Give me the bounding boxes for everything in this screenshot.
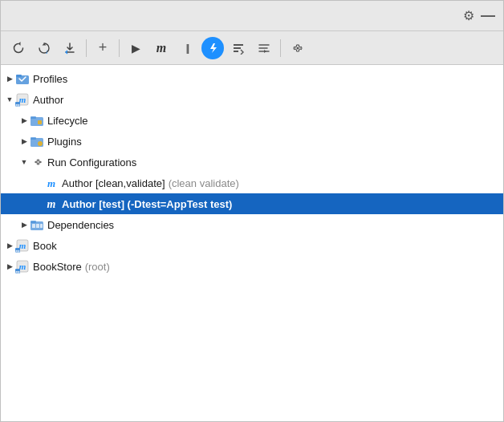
toggle-arrow-run-configurations[interactable] xyxy=(18,156,30,168)
tree-node-bookstore[interactable]: m m BookStore(root) xyxy=(1,256,503,277)
toggle-arrow-dependencies[interactable] xyxy=(18,219,30,230)
svg-point-16 xyxy=(37,161,39,164)
tree-node-plugins[interactable]: Plugins xyxy=(1,131,503,152)
svg-rect-20 xyxy=(30,221,36,223)
gear-icon[interactable]: ⚙ xyxy=(463,8,474,23)
tree-node-author-clean-validate[interactable]: m Author [clean,validate](clean validate… xyxy=(1,172,503,193)
title-bar-controls: ⚙ — xyxy=(463,7,495,24)
run-button[interactable]: ▶ xyxy=(124,37,147,59)
node-text-author: Author xyxy=(33,94,63,106)
svg-text:↓: ↓ xyxy=(45,48,48,55)
node-text-book: Book xyxy=(33,240,57,252)
toggle-arrow-profiles[interactable] xyxy=(4,73,15,84)
minimize-icon[interactable]: — xyxy=(481,7,495,24)
tree-node-lifecycle[interactable]: Lifecycle xyxy=(1,110,503,131)
svg-text:m: m xyxy=(47,177,55,189)
node-icon-author-clean-validate: m xyxy=(44,176,59,190)
node-icon-lifecycle xyxy=(30,113,44,128)
maven-settings-button[interactable] xyxy=(286,37,308,59)
toolbar-sep-1 xyxy=(86,39,87,57)
svg-rect-21 xyxy=(32,224,35,228)
node-text-author-clean-validate: Author [clean,validate] xyxy=(62,177,165,189)
add-button[interactable]: + xyxy=(91,37,114,59)
tree-area: Profiles m m Author Lifecycle Plugins Ru… xyxy=(1,65,503,421)
toggle-arrow-book[interactable] xyxy=(4,240,15,251)
svg-rect-12 xyxy=(38,120,42,124)
toggle-arrow-plugins[interactable] xyxy=(18,136,30,147)
node-icon-bookstore: m m xyxy=(15,259,30,274)
node-icon-plugins xyxy=(30,134,44,148)
generate-button[interactable] xyxy=(253,37,275,59)
node-icon-profiles xyxy=(15,71,30,86)
svg-text:m: m xyxy=(15,248,20,253)
svg-text:m: m xyxy=(15,102,20,107)
download-button[interactable] xyxy=(59,37,81,59)
svg-text:m: m xyxy=(15,269,20,274)
maven-window: ⚙ — ↓ xyxy=(0,0,504,422)
node-text-dependencies: Dependencies xyxy=(47,219,114,231)
svg-point-3 xyxy=(297,47,299,49)
node-text-profiles: Profiles xyxy=(33,73,67,85)
svg-point-15 xyxy=(38,141,43,146)
refresh-button[interactable] xyxy=(7,37,30,59)
svg-rect-5 xyxy=(16,75,22,77)
node-text-plugins: Plugins xyxy=(47,136,82,148)
node-text-author-test: Author [test] (-Dtest=AppTest test) xyxy=(62,198,232,210)
tree-node-run-configurations[interactable]: Run Configurations xyxy=(1,152,503,172)
svg-rect-11 xyxy=(30,116,36,119)
tree-node-author-test[interactable]: m Author [test] (-Dtest=AppTest test) xyxy=(1,193,503,214)
svg-text:m: m xyxy=(19,95,26,104)
node-text-run-configurations: Run Configurations xyxy=(47,156,136,168)
node-icon-author: m m xyxy=(15,92,30,107)
node-text-lifecycle: Lifecycle xyxy=(47,115,88,127)
svg-rect-1 xyxy=(234,44,243,46)
svg-rect-2 xyxy=(234,47,241,49)
svg-rect-14 xyxy=(30,137,36,140)
svg-text:m: m xyxy=(19,262,26,271)
node-text-bookstore: BookStore xyxy=(33,261,82,273)
toolbar-sep-3 xyxy=(280,39,281,57)
toggle-arrow-author[interactable] xyxy=(4,94,15,105)
svg-rect-23 xyxy=(40,224,43,228)
svg-text:m: m xyxy=(19,241,26,250)
toggle-arrow-lifecycle[interactable] xyxy=(18,115,30,126)
svg-text:m: m xyxy=(47,198,56,210)
node-secondary-bookstore: (root) xyxy=(85,261,110,273)
node-icon-author-test: m xyxy=(44,197,59,211)
node-icon-dependencies xyxy=(30,217,44,232)
skip-tests-button[interactable] xyxy=(227,37,250,59)
parallel-button[interactable]: || xyxy=(176,37,198,59)
maven-goal-button[interactable]: m xyxy=(150,37,173,59)
toggle-arrow-bookstore[interactable] xyxy=(4,261,15,272)
svg-rect-22 xyxy=(36,224,39,228)
node-icon-run-configurations xyxy=(30,155,44,169)
node-icon-book: m m xyxy=(15,238,30,253)
reimport-button[interactable]: ↓ xyxy=(33,37,55,59)
tree-node-author[interactable]: m m Author xyxy=(1,89,503,110)
lightning-button[interactable] xyxy=(201,37,224,59)
toolbar: ↓ + ▶ m || xyxy=(1,31,503,65)
node-secondary-author-clean-validate: (clean validate) xyxy=(169,177,239,189)
title-bar: ⚙ — xyxy=(1,1,503,31)
tree-node-dependencies[interactable]: Dependencies xyxy=(1,214,503,235)
tree-node-book[interactable]: m m Book xyxy=(1,235,503,256)
toolbar-sep-2 xyxy=(119,39,120,57)
tree-node-profiles[interactable]: Profiles xyxy=(1,68,503,89)
